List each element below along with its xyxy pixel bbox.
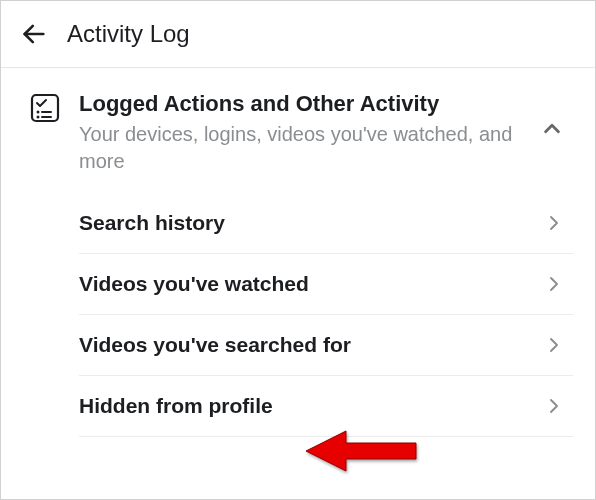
- section-subtitle: Your devices, logins, videos you've watc…: [79, 121, 533, 175]
- item-label: Hidden from profile: [79, 394, 273, 418]
- svg-point-2: [37, 111, 40, 114]
- chevron-right-icon: [545, 214, 563, 232]
- items-list: Search history Videos you've watched Vid…: [29, 193, 573, 437]
- arrow-left-icon: [20, 20, 48, 48]
- item-hidden-from-profile[interactable]: Hidden from profile: [79, 375, 573, 437]
- section-text: Logged Actions and Other Activity Your d…: [79, 90, 533, 175]
- back-button[interactable]: [19, 19, 49, 49]
- chevron-right-icon: [545, 336, 563, 354]
- chevron-up-icon: [541, 118, 563, 140]
- chevron-right-icon: [545, 275, 563, 293]
- svg-point-4: [37, 116, 40, 119]
- item-label: Search history: [79, 211, 225, 235]
- chevron-right-icon: [545, 397, 563, 415]
- page-title: Activity Log: [67, 20, 190, 48]
- section-title: Logged Actions and Other Activity: [79, 90, 533, 119]
- item-label: Videos you've searched for: [79, 333, 351, 357]
- item-label: Videos you've watched: [79, 272, 309, 296]
- section-logged-actions: Logged Actions and Other Activity Your d…: [1, 68, 595, 437]
- item-search-history[interactable]: Search history: [79, 193, 573, 253]
- item-videos-watched[interactable]: Videos you've watched: [79, 253, 573, 314]
- section-header[interactable]: Logged Actions and Other Activity Your d…: [29, 86, 573, 193]
- item-videos-searched[interactable]: Videos you've searched for: [79, 314, 573, 375]
- checklist-icon: [29, 92, 61, 124]
- header-bar: Activity Log: [1, 1, 595, 68]
